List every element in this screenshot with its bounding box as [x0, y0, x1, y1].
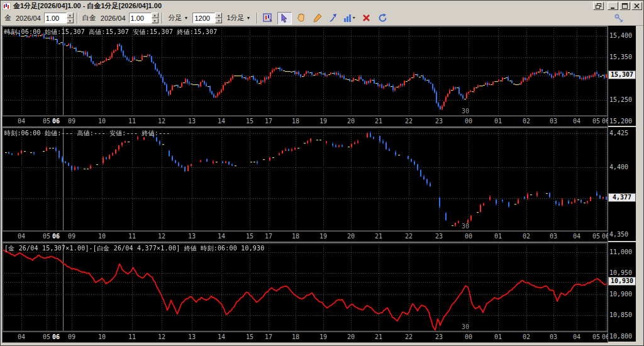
- time-tick-label: 03: [550, 333, 557, 340]
- bar-count-down[interactable]: ▼: [215, 18, 222, 24]
- price-tick-label: 15,250: [609, 96, 632, 103]
- time-tick-label: 09: [68, 118, 75, 125]
- time-tick-label: 05: [592, 118, 600, 125]
- platinum-multiplier-down[interactable]: ▼: [152, 18, 158, 24]
- close-button[interactable]: [631, 2, 642, 10]
- select-tool-button[interactable]: [277, 12, 292, 25]
- time-tick-label: 19: [319, 233, 327, 240]
- price-tick-label: 15,350: [609, 53, 632, 60]
- time-tick-label: 02: [523, 333, 530, 340]
- day-marker: 30: [462, 323, 469, 330]
- time-tick-label: 10: [98, 118, 106, 125]
- platinum-multiplier-up[interactable]: ▲: [152, 13, 158, 18]
- time-tick-label: 11: [128, 333, 136, 340]
- bar-count-input[interactable]: [192, 13, 215, 23]
- price-tick-label: 4,425: [609, 130, 628, 137]
- time-tick-label: 01: [494, 233, 502, 240]
- time-tick-label: 14: [218, 233, 225, 240]
- spread-plot-area: [金 26/04 15,307×1.00]-[白金 26/04 4,377×1.…: [2, 242, 608, 332]
- time-tick-label: 13: [188, 233, 196, 240]
- day-marker: 30: [462, 108, 469, 114]
- trendline-tool-button[interactable]: [326, 12, 341, 25]
- time-tick-label: 21: [375, 118, 382, 125]
- gold-multiplier-input[interactable]: [44, 13, 67, 23]
- price-tick-label: 10,850: [609, 311, 632, 318]
- price-tick-label: 15,200: [609, 118, 632, 125]
- wrench-icon: [614, 14, 623, 23]
- select-arrow-icon: [280, 13, 289, 23]
- maximize-button[interactable]: [619, 2, 630, 10]
- time-tick-label: 12: [158, 333, 165, 340]
- time-tick-label: 18: [292, 333, 299, 340]
- time-tick-label: 23: [435, 233, 443, 240]
- chevron-down-icon: ▼: [184, 16, 189, 20]
- time-tick-label: 18: [292, 118, 299, 125]
- time-tick-label: 22: [405, 233, 413, 240]
- time-tick-label: 11: [128, 233, 136, 240]
- spread-line-canvas[interactable]: [3, 243, 608, 332]
- bar-count-stepper: ▲▼: [192, 13, 222, 23]
- price-tick-label: 4,400: [609, 164, 628, 170]
- time-tick-label: 00: [465, 233, 472, 240]
- delete-icon: [362, 14, 370, 22]
- time-tick-label: 01: [494, 118, 502, 125]
- platinum-candle-canvas[interactable]: [3, 128, 608, 231]
- time-tick-label: 14: [218, 333, 225, 340]
- platinum-multiplier-input[interactable]: [129, 13, 152, 23]
- toolbar-separator: [77, 13, 78, 24]
- time-tick-label: 02: [523, 118, 530, 125]
- time-tick-label: 10: [98, 233, 106, 240]
- window-title: 金1分足[2026/04]1.00 - 白金1分足[2026/04]1.00: [13, 1, 593, 11]
- interval-dropdown[interactable]: 分足 ▼: [166, 13, 191, 24]
- refresh-button[interactable]: [375, 12, 390, 25]
- time-tick-label: 15: [246, 333, 253, 340]
- price-tick-label: 4,350: [609, 231, 628, 238]
- draw-tool-button[interactable]: [310, 12, 325, 25]
- gold-label: 金: [3, 13, 13, 23]
- time-tick-label: 20: [347, 233, 355, 240]
- toolbar: 金 2026/04 ▲▼ 白金 2026/04 ▲▼ 分足 ▼ ▲▼ 1分足 ▼: [1, 11, 643, 26]
- time-tick-label: 22: [405, 118, 413, 125]
- price-tick-label: 10,900: [609, 291, 632, 298]
- gold-candle-canvas[interactable]: [3, 26, 608, 116]
- bar-count-up[interactable]: ▲: [215, 13, 222, 18]
- time-tick-label: 06: [52, 333, 60, 340]
- chart-panel-spread: [金 26/04 15,307×1.00]-[白金 26/04 4,377×1.…: [2, 242, 636, 342]
- chart-type-button[interactable]: [343, 12, 357, 25]
- time-tick-label: 04: [18, 333, 25, 340]
- kline-cursor-tool-button[interactable]: [261, 12, 275, 25]
- float-window-button[interactable]: [593, 2, 604, 10]
- time-tick-label: 06: [52, 118, 60, 125]
- time-tick-label: 03: [550, 118, 557, 125]
- delete-object-button[interactable]: [359, 12, 374, 25]
- current-price-badge: 10,930: [608, 277, 636, 286]
- gold-contract-month: 2026/04: [14, 14, 42, 22]
- gold-plot-area: 時刻:06:00 始値:15,307 高値:15,307 安値:15,307 終…: [2, 26, 608, 116]
- price-tick-label: 10,800: [609, 333, 632, 340]
- time-tick-label: 17: [265, 118, 272, 125]
- time-tick-label: 06: [52, 233, 60, 240]
- time-tick-label: 15: [246, 118, 253, 125]
- time-tick-label: 05: [592, 233, 600, 240]
- chart-panel-platinum: 時刻:06:00 始値:--- 高値:--- 安値:--- 終値:--- 30 …: [2, 127, 636, 241]
- gold-multiplier-down[interactable]: ▼: [67, 18, 74, 24]
- time-tick-label: 17: [265, 333, 272, 340]
- time-tick-label: 13: [188, 118, 196, 125]
- time-tick-label: 00: [465, 118, 472, 125]
- time-tick-label: 05: [592, 333, 600, 340]
- timeframe-dropdown[interactable]: 1分足 ▼: [224, 13, 253, 24]
- toolbar-separator: [257, 13, 258, 24]
- time-tick-label: 04: [18, 118, 25, 125]
- platinum-price-axis: 4,4254,4004,3504,377: [608, 127, 636, 241]
- gold-multiplier-up[interactable]: ▲: [67, 13, 74, 18]
- chart-panel-gold: 時刻:06:00 始値:15,307 高値:15,307 安値:15,307 終…: [2, 26, 636, 126]
- pan-tool-button[interactable]: [294, 12, 308, 25]
- trading-chart-window: 金1分足[2026/04]1.00 - 白金1分足[2026/04]1.00 金…: [0, 0, 644, 346]
- gold-time-axis: 0405060910111213141517181920212223000102…: [2, 116, 608, 127]
- time-tick-label: 12: [158, 118, 165, 125]
- interval-dropdown-label: 分足: [169, 13, 182, 23]
- time-tick-label: 21: [375, 233, 382, 240]
- minimize-button[interactable]: [608, 2, 618, 10]
- settings-tool-button[interactable]: [611, 12, 626, 25]
- time-tick-label: 11: [128, 118, 136, 125]
